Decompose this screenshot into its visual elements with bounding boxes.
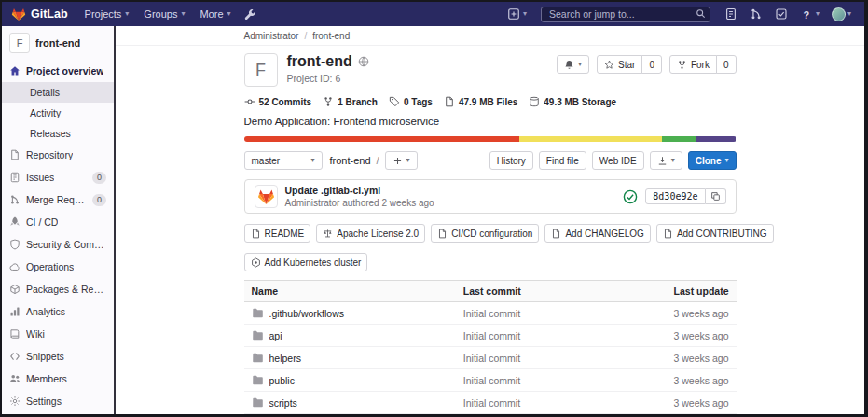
- plus-square-icon: [507, 7, 520, 21]
- sidebar-item-ci-cd[interactable]: CI / CD: [2, 211, 114, 233]
- history-button[interactable]: History: [489, 151, 533, 170]
- ci-cd-configuration-button[interactable]: CI/CD configuration: [431, 224, 539, 243]
- stat-47-9-mb-files[interactable]: 47.9 MB Files: [444, 96, 517, 107]
- sidebar-item-snippets[interactable]: Snippets: [2, 345, 114, 368]
- stat-1-branch[interactable]: 1 Branch: [323, 96, 378, 107]
- add-contributing-button[interactable]: Add CONTRIBUTING: [656, 224, 774, 243]
- table-row[interactable]: apiInitial commit3 weeks ago: [244, 325, 737, 347]
- table-row[interactable]: publicInitial commit3 weeks ago: [244, 369, 737, 392]
- add-changelog-button[interactable]: Add CHANGELOG: [544, 224, 650, 243]
- sidebar-item-operations[interactable]: Operations: [2, 256, 114, 278]
- sidebar-item-repository[interactable]: Repository: [2, 144, 114, 166]
- path-root-link[interactable]: front-end: [330, 155, 371, 166]
- project-avatar: F: [244, 53, 278, 87]
- fork-button[interactable]: Fork: [669, 55, 717, 74]
- sidebar-subitem-activity[interactable]: Activity: [2, 103, 114, 123]
- notifications-dropdown-button[interactable]: ▾: [557, 55, 589, 74]
- bell-icon: [564, 60, 574, 70]
- sidebar-item-settings[interactable]: Settings: [2, 390, 114, 412]
- page-layout: F front-end Project overviewDetailsActiv…: [2, 26, 864, 414]
- search-box: [541, 7, 710, 22]
- last-commit-link[interactable]: Initial commit: [463, 330, 520, 341]
- file-name-link[interactable]: public: [269, 375, 295, 386]
- breadcrumb-link-front-end[interactable]: front-end: [312, 31, 350, 41]
- last-update-time: 3 weeks ago: [674, 375, 729, 386]
- stat-52-commits[interactable]: 52 Commits: [244, 96, 312, 107]
- readme-button[interactable]: README: [244, 224, 311, 243]
- cluster-icon: [251, 257, 261, 268]
- new-menu[interactable]: ▾: [503, 6, 530, 22]
- sidebar-project-context[interactable]: F front-end: [2, 26, 114, 60]
- star-button[interactable]: Star: [597, 55, 642, 74]
- count-badge: 0: [92, 194, 106, 206]
- copy-sha-button[interactable]: [706, 188, 726, 204]
- plus-icon: [393, 156, 403, 166]
- file-name-link[interactable]: api: [269, 330, 282, 341]
- branch-icon: [323, 96, 334, 107]
- stat-0-tags[interactable]: 0 Tags: [389, 96, 433, 107]
- last-commit-link[interactable]: Initial commit: [463, 397, 520, 409]
- breadcrumb-link-administrator[interactable]: Administrator: [244, 31, 299, 41]
- apache-license-2-0-button[interactable]: Apache License 2.0: [316, 224, 425, 243]
- file-name-link[interactable]: .github/workflows: [269, 308, 345, 319]
- nav-menu-more[interactable]: More▾: [192, 6, 238, 22]
- commit-author-avatar[interactable]: [255, 185, 278, 208]
- language-bar[interactable]: [244, 136, 737, 142]
- add-kubernetes-cluster-button[interactable]: Add Kubernetes cluster: [244, 253, 368, 271]
- file-name-link[interactable]: scripts: [269, 397, 297, 409]
- sidebar-subitem-releases[interactable]: Releases: [2, 123, 114, 144]
- disk-icon: [529, 96, 540, 107]
- last-commit-link[interactable]: Initial commit: [463, 375, 520, 386]
- sidebar-item-members[interactable]: Members: [2, 368, 114, 390]
- star-count[interactable]: 0: [641, 55, 662, 74]
- table-row[interactable]: scriptsInitial commit3 weeks ago: [244, 392, 737, 414]
- find-file-button[interactable]: Find file: [539, 151, 586, 170]
- table-row[interactable]: helpersInitial commit3 weeks ago: [244, 347, 737, 369]
- sidebar-subitem-details[interactable]: Details: [2, 82, 114, 103]
- last-commit-link[interactable]: Initial commit: [463, 308, 520, 319]
- file-table: NameLast commitLast update .github/workf…: [244, 280, 737, 414]
- pipeline-status-passed-icon[interactable]: [623, 189, 638, 204]
- help-menu[interactable]: ?▾: [796, 6, 823, 22]
- sidebar-item-project-overview[interactable]: Project overview: [2, 60, 114, 82]
- chevron-down-icon: ▾: [578, 61, 582, 68]
- branch-selector[interactable]: master ▾: [244, 151, 323, 170]
- issues-button[interactable]: [721, 6, 741, 22]
- fork-count[interactable]: 0: [716, 55, 737, 74]
- sidebar-item-packages-registries[interactable]: Packages & Registries: [2, 278, 114, 300]
- stat-49-3-mb-storage[interactable]: 49.3 MB Storage: [529, 96, 616, 107]
- gitlab-logo[interactable]: GitLab: [11, 7, 68, 21]
- rocket-icon: [9, 216, 21, 228]
- search-input[interactable]: [541, 7, 710, 22]
- user-menu[interactable]: ▾: [828, 6, 855, 22]
- web-ide-button[interactable]: Web IDE: [592, 151, 644, 170]
- nav-menu-projects[interactable]: Projects▾: [77, 6, 137, 22]
- top-navbar: GitLab Projects▾Groups▾More▾ ▾ ?▾▾: [2, 2, 864, 26]
- table-row[interactable]: .github/workflowsInitial commit3 weeks a…: [244, 302, 737, 325]
- sidebar-item-wiki[interactable]: Wiki: [2, 323, 114, 345]
- project-header: F front-end Project ID: 6 ▾: [244, 53, 737, 87]
- scale-icon: [323, 229, 333, 239]
- todos-button[interactable]: [771, 6, 792, 22]
- last-commit-box: Update .gitlab-ci.yml Administrator auth…: [244, 179, 737, 214]
- project-id: Project ID: 6: [287, 73, 369, 84]
- admin-area-button[interactable]: [241, 7, 260, 22]
- add-file-dropdown-button[interactable]: ▾: [385, 151, 418, 170]
- user-avatar: [832, 7, 846, 21]
- merge-requests-button[interactable]: [746, 6, 766, 22]
- chevron-down-icon: ▾: [181, 10, 185, 18]
- sidebar-item-issues[interactable]: Issues0: [2, 166, 114, 188]
- commit-sha[interactable]: 8d30e92e: [645, 188, 705, 204]
- download-button[interactable]: ▾: [650, 151, 682, 170]
- sidebar-item-merge-requests[interactable]: Merge Requests0: [2, 188, 114, 211]
- file-name-link[interactable]: helpers: [269, 353, 301, 364]
- sidebar-item-security-compliance[interactable]: Security & Compliance: [2, 233, 114, 256]
- table-row[interactable]: testInitial commit3 weeks ago: [244, 414, 737, 415]
- commit-title-link[interactable]: Update .gitlab-ci.yml: [285, 185, 434, 196]
- sidebar-item-analytics[interactable]: Analytics: [2, 300, 114, 323]
- tree-action-buttons: HistoryFind fileWeb IDE: [489, 151, 644, 170]
- last-commit-link[interactable]: Initial commit: [463, 353, 520, 364]
- nav-menu-groups[interactable]: Groups▾: [136, 6, 192, 22]
- clone-button[interactable]: Clone ▾: [688, 151, 737, 170]
- project-description: Demo Application: Frontend microservice: [244, 116, 737, 127]
